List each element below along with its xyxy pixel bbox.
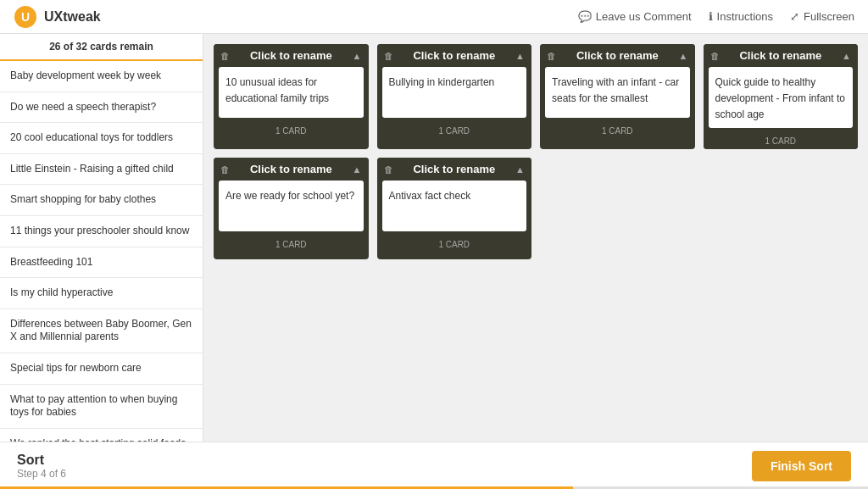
column-header: 🗑Click to rename▲ bbox=[540, 44, 695, 67]
bottom-bar: Sort Step 4 of 6 Finish Sort bbox=[0, 442, 868, 489]
bottom-wrapper: Sort Step 4 of 6 Finish Sort bbox=[0, 442, 868, 489]
column-card: 🗑Click to rename▲Quick guide to healthy … bbox=[704, 44, 859, 149]
column-footer: 1 CARD bbox=[214, 123, 369, 139]
trash-icon[interactable]: 🗑 bbox=[547, 51, 556, 61]
list-item[interactable]: Special tips for newborn care bbox=[0, 353, 203, 385]
empty-column-slot bbox=[704, 158, 859, 259]
trash-icon[interactable]: 🗑 bbox=[384, 164, 393, 175]
sort-step: Step 4 of 6 bbox=[17, 468, 66, 480]
column-body: Bullying in kindergarten bbox=[382, 67, 527, 118]
column-footer: 1 CARD bbox=[214, 236, 369, 253]
list-item[interactable]: Do we need a speech therapist? bbox=[0, 92, 203, 124]
expand-icon[interactable]: ▲ bbox=[353, 51, 362, 61]
fullscreen-icon: ⤢ bbox=[790, 10, 799, 23]
column-card-content: Traveling with an infant - car seats for… bbox=[552, 76, 679, 104]
finish-sort-button[interactable]: Finish Sort bbox=[752, 451, 851, 481]
column-card-content: Are we ready for school yet? bbox=[225, 190, 354, 202]
column-body: Quick guide to healthy development - Fro… bbox=[709, 67, 854, 128]
instructions-button[interactable]: ℹ Instructions bbox=[709, 10, 773, 23]
board-area: 🗑Click to rename▲10 unusual ideas for ed… bbox=[203, 34, 868, 442]
column-title[interactable]: Click to rename bbox=[720, 49, 843, 62]
sidebar: 26 of 32 cards remain Baby development w… bbox=[0, 34, 203, 442]
header: U UXtweak 💬 Leave us Comment ℹ Instructi… bbox=[0, 0, 868, 34]
trash-icon[interactable]: 🗑 bbox=[220, 164, 230, 175]
column-body: 10 unusual ideas for educational family … bbox=[219, 67, 364, 118]
fullscreen-button[interactable]: ⤢ Fullscreen bbox=[790, 10, 854, 23]
comment-button[interactable]: 💬 Leave us Comment bbox=[578, 10, 692, 23]
column-card-content: Bullying in kindergarten bbox=[389, 76, 495, 88]
list-item[interactable]: 11 things your preschooler should know bbox=[0, 216, 203, 247]
column-header: 🗑Click to rename▲ bbox=[704, 44, 859, 67]
list-item[interactable]: We ranked the best starting solid foods … bbox=[0, 429, 203, 442]
columns-row1: 🗑Click to rename▲10 unusual ideas for ed… bbox=[214, 44, 858, 149]
header-actions: 💬 Leave us Comment ℹ Instructions ⤢ Full… bbox=[578, 10, 854, 23]
column-card: 🗑Click to rename▲Bullying in kindergarte… bbox=[377, 44, 532, 149]
info-icon: ℹ bbox=[709, 10, 713, 23]
comment-icon: 💬 bbox=[578, 10, 592, 23]
columns-row2: 🗑Click to rename▲Are we ready for school… bbox=[214, 158, 858, 259]
column-title[interactable]: Click to rename bbox=[393, 49, 516, 62]
sort-info: Sort Step 4 of 6 bbox=[17, 453, 66, 480]
column-header: 🗑Click to rename▲ bbox=[377, 44, 532, 67]
column-footer: 1 CARD bbox=[377, 123, 532, 139]
list-item[interactable]: Baby development week by week bbox=[0, 61, 203, 92]
svg-text:U: U bbox=[21, 10, 30, 24]
cards-list: Baby development week by weekDo we need … bbox=[0, 61, 203, 442]
list-item[interactable]: Differences between Baby Boomer, Gen X a… bbox=[0, 309, 203, 353]
logo-text: UXtweak bbox=[44, 9, 101, 25]
list-item[interactable]: Breastfeeding 101 bbox=[0, 247, 203, 279]
logo: U UXtweak bbox=[14, 5, 101, 29]
column-title[interactable]: Click to rename bbox=[230, 163, 353, 175]
column-header: 🗑Click to rename▲ bbox=[214, 158, 369, 181]
column-footer: 1 CARD bbox=[704, 133, 859, 149]
column-body: Traveling with an infant - car seats for… bbox=[545, 67, 690, 118]
column-card: 🗑Click to rename▲10 unusual ideas for ed… bbox=[214, 44, 369, 149]
trash-icon[interactable]: 🗑 bbox=[384, 51, 393, 61]
list-item[interactable]: Is my child hyperactive bbox=[0, 278, 203, 309]
column-card: 🗑Click to rename▲Are we ready for school… bbox=[214, 158, 369, 259]
column-card: 🗑Click to rename▲Traveling with an infan… bbox=[540, 44, 695, 149]
expand-icon[interactable]: ▲ bbox=[842, 51, 851, 61]
column-header: 🗑Click to rename▲ bbox=[377, 158, 532, 181]
list-item[interactable]: Smart shopping for baby clothes bbox=[0, 185, 203, 216]
logo-icon: U bbox=[14, 5, 37, 29]
column-title[interactable]: Click to rename bbox=[393, 163, 516, 175]
column-card-content: Antivax fact check bbox=[389, 190, 471, 202]
expand-icon[interactable]: ▲ bbox=[515, 51, 525, 61]
column-header: 🗑Click to rename▲ bbox=[214, 44, 369, 67]
expand-icon[interactable]: ▲ bbox=[353, 164, 362, 175]
progress-text: 26 of 32 cards remain bbox=[49, 41, 153, 53]
column-card: 🗑Click to rename▲Antivax fact check1 CAR… bbox=[377, 158, 532, 259]
column-footer: 1 CARD bbox=[377, 236, 532, 253]
empty-column-slot bbox=[540, 158, 695, 259]
column-body: Antivax fact check bbox=[382, 181, 527, 231]
list-item[interactable]: Little Einstein - Raising a gifted child bbox=[0, 154, 203, 186]
list-item[interactable]: 20 cool educational toys for toddlers bbox=[0, 123, 203, 154]
column-title[interactable]: Click to rename bbox=[556, 49, 679, 62]
expand-icon[interactable]: ▲ bbox=[515, 164, 525, 175]
trash-icon[interactable]: 🗑 bbox=[710, 51, 720, 61]
column-card-content: Quick guide to healthy development - Fro… bbox=[715, 76, 845, 120]
trash-icon[interactable]: 🗑 bbox=[220, 51, 230, 61]
column-body: Are we ready for school yet? bbox=[219, 181, 364, 231]
main-content: 26 of 32 cards remain Baby development w… bbox=[0, 34, 868, 442]
list-item[interactable]: What to pay attention to when buying toy… bbox=[0, 385, 203, 429]
column-footer: 1 CARD bbox=[540, 123, 695, 139]
column-title[interactable]: Click to rename bbox=[230, 49, 353, 62]
column-card-content: 10 unusual ideas for educational family … bbox=[225, 76, 329, 104]
expand-icon[interactable]: ▲ bbox=[679, 51, 688, 61]
sort-title: Sort bbox=[17, 453, 66, 468]
sidebar-header: 26 of 32 cards remain bbox=[0, 34, 203, 61]
